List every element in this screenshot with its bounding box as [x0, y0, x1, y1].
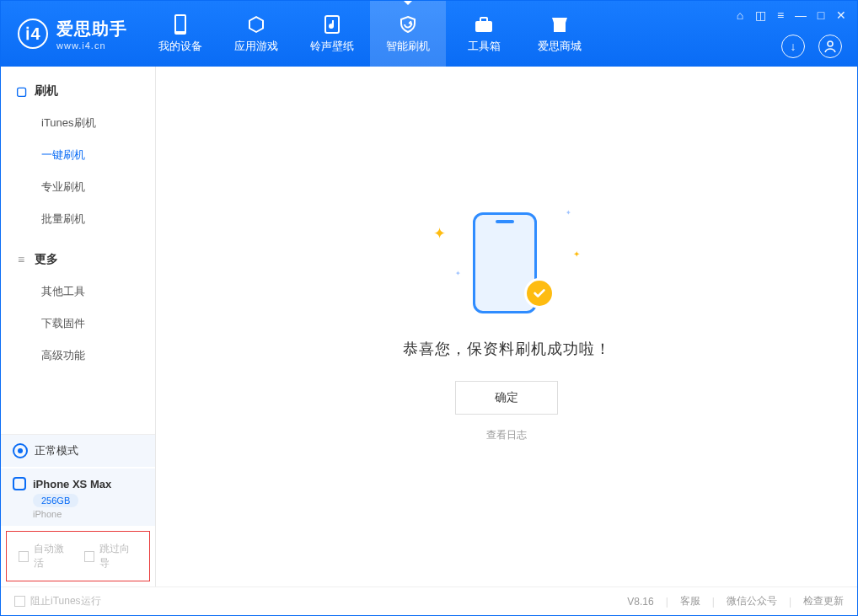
tab-apps-games[interactable]: 应用游戏: [218, 1, 294, 67]
feedback-icon[interactable]: ◫: [754, 9, 766, 21]
tab-label: 我的设备: [158, 39, 202, 54]
maximize-button[interactable]: □: [815, 9, 827, 21]
tab-label: 应用游戏: [234, 39, 278, 54]
tab-label: 智能刷机: [386, 39, 430, 54]
checkbox-label: 跳过向导: [99, 542, 137, 570]
svg-rect-5: [554, 23, 566, 32]
music-note-icon: [321, 13, 343, 35]
phone-outline-icon: ▢: [14, 84, 28, 98]
group-label: 刷机: [35, 83, 58, 99]
tab-ringtone-wallpaper[interactable]: 铃声壁纸: [294, 1, 370, 67]
view-log-link[interactable]: 查看日志: [486, 428, 527, 442]
mode-status-icon: [13, 443, 28, 458]
separator: |: [789, 596, 791, 608]
tab-toolbox[interactable]: 工具箱: [446, 1, 522, 67]
sparkle-icon: ✦: [455, 270, 461, 277]
tab-store[interactable]: 爱思商城: [522, 1, 598, 67]
app-website: www.i4.cn: [56, 40, 127, 51]
flash-options-row: 自动激活 跳过向导: [6, 531, 150, 581]
svg-point-6: [828, 41, 833, 46]
sidebar-group-title: ≡ 更多: [1, 244, 155, 276]
checkbox-skip-guide[interactable]: 跳过向导: [84, 542, 138, 570]
checkbox-stop-itunes[interactable]: 阻止iTunes运行: [14, 594, 101, 608]
sidebar-item-download-firmware[interactable]: 下载固件: [1, 308, 155, 340]
tab-label: 爱思商城: [538, 39, 582, 54]
device-panel: 正常模式 iPhone XS Max 256GB iPhone: [1, 434, 155, 526]
sidebar-item-advanced[interactable]: 高级功能: [1, 340, 155, 372]
app-window: ⅰ4 爱思助手 www.i4.cn 我的设备 应用游戏 铃声壁纸 智能刷机: [0, 0, 858, 616]
sidebar: ▢ 刷机 iTunes刷机 一键刷机 专业刷机 批量刷机 ≡ 更多 其他工具 下…: [1, 67, 156, 587]
phone-icon: [169, 13, 191, 35]
account-button[interactable]: [818, 35, 842, 58]
app-name: 爱思助手: [56, 18, 127, 40]
menu-icon[interactable]: ≡: [775, 9, 786, 21]
device-name: iPhone XS Max: [33, 478, 111, 490]
app-title: 爱思助手 www.i4.cn: [56, 18, 127, 51]
device-info-box[interactable]: iPhone XS Max 256GB iPhone: [1, 467, 155, 526]
store-icon: [549, 13, 571, 35]
ok-button[interactable]: 确定: [455, 381, 558, 415]
device-mode-row[interactable]: 正常模式: [1, 435, 155, 467]
device-storage-badge: 256GB: [33, 494, 78, 507]
footer-right: V8.16 | 客服 | 微信公众号 | 检查更新: [627, 594, 844, 608]
checkbox-label: 阻止iTunes运行: [30, 594, 101, 608]
close-button[interactable]: ✕: [835, 9, 847, 21]
footer-link-wechat[interactable]: 微信公众号: [727, 594, 777, 608]
list-icon: ≡: [14, 253, 28, 266]
minimize-button[interactable]: —: [795, 9, 807, 21]
sidebar-item-itunes-flash[interactable]: iTunes刷机: [1, 107, 155, 139]
svg-rect-1: [176, 16, 185, 31]
sidebar-group-title: ▢ 刷机: [1, 75, 155, 107]
separator: |: [712, 596, 715, 608]
device-phone-icon: [13, 477, 26, 490]
checkbox-auto-activate[interactable]: 自动激活: [19, 542, 72, 570]
device-mode: 正常模式: [35, 443, 78, 458]
device-type: iPhone: [33, 509, 143, 519]
sparkle-icon: ✦: [566, 209, 571, 217]
footer-link-check-update[interactable]: 检查更新: [803, 594, 844, 608]
checkbox-label: 自动激活: [34, 542, 72, 570]
sidebar-spacer: [1, 372, 155, 434]
tab-my-device[interactable]: 我的设备: [142, 1, 218, 67]
checkbox-box-icon: [84, 551, 94, 562]
body: ▢ 刷机 iTunes刷机 一键刷机 专业刷机 批量刷机 ≡ 更多 其他工具 下…: [1, 67, 857, 587]
device-name-row: iPhone XS Max: [13, 477, 143, 490]
tab-label: 工具箱: [468, 39, 501, 54]
main-content: ✦ ✦ ✦ ✦ 恭喜您，保资料刷机成功啦！ 确定 查看日志: [156, 67, 857, 587]
logo-area: ⅰ4 爱思助手 www.i4.cn: [1, 1, 142, 67]
sparkle-icon: ✦: [433, 224, 446, 243]
group-label: 更多: [35, 252, 58, 267]
cube-icon: [245, 13, 267, 35]
tab-smart-flash[interactable]: 智能刷机: [370, 1, 446, 67]
sparkle-icon: ✦: [573, 249, 580, 259]
checkbox-box-icon: [19, 551, 29, 562]
svg-rect-4: [480, 18, 487, 22]
shield-refresh-icon: [397, 13, 419, 35]
tab-label: 铃声壁纸: [310, 39, 354, 54]
title-bar: ⅰ4 爱思助手 www.i4.cn 我的设备 应用游戏 铃声壁纸 智能刷机: [1, 1, 857, 67]
download-button[interactable]: ↓: [781, 35, 805, 58]
separator: |: [666, 596, 668, 608]
tshirt-icon[interactable]: ⌂: [734, 9, 746, 21]
toolbox-icon: [473, 13, 495, 35]
success-message: 恭喜您，保资料刷机成功啦！: [403, 339, 611, 359]
sidebar-item-batch-flash[interactable]: 批量刷机: [1, 203, 155, 235]
success-check-icon: [524, 278, 555, 308]
sidebar-group-flash: ▢ 刷机 iTunes刷机 一键刷机 专业刷机 批量刷机: [1, 67, 155, 235]
status-bar: 阻止iTunes运行 V8.16 | 客服 | 微信公众号 | 检查更新: [1, 587, 857, 615]
header-actions: ↓: [781, 35, 842, 58]
app-logo-icon: ⅰ4: [18, 19, 48, 49]
main-tabs: 我的设备 应用游戏 铃声壁纸 智能刷机 工具箱 爱思商城: [142, 1, 598, 67]
success-illustration: ✦ ✦ ✦ ✦: [426, 211, 587, 320]
sidebar-item-pro-flash[interactable]: 专业刷机: [1, 171, 155, 203]
window-controls: ⌂ ◫ ≡ — □ ✕: [734, 9, 847, 21]
sidebar-item-other-tools[interactable]: 其他工具: [1, 276, 155, 308]
sidebar-item-oneclick-flash[interactable]: 一键刷机: [1, 139, 155, 171]
sidebar-group-more: ≡ 更多 其他工具 下载固件 高级功能: [1, 235, 155, 372]
checkbox-box-icon: [14, 596, 25, 607]
footer-link-support[interactable]: 客服: [680, 594, 700, 608]
version-label: V8.16: [627, 596, 653, 608]
